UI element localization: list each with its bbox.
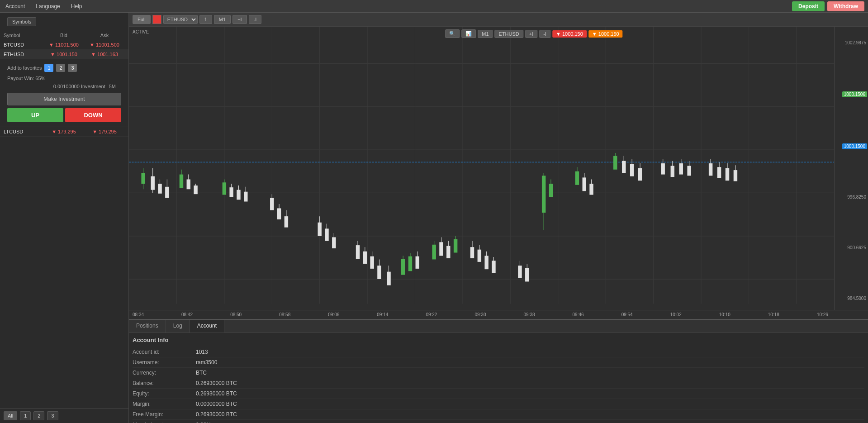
label-margin: Margin: bbox=[133, 401, 196, 407]
svg-rect-113 bbox=[661, 163, 664, 174]
investment-time: 5M bbox=[109, 84, 116, 89]
plus-i-btn[interactable]: +I bbox=[232, 15, 247, 24]
chart-minus-i-btn[interactable]: -I bbox=[539, 30, 550, 38]
svg-rect-70 bbox=[408, 257, 412, 271]
account-info-title: Account Info bbox=[133, 337, 864, 343]
minus-i-btn[interactable]: -I bbox=[249, 15, 262, 24]
svg-rect-97 bbox=[549, 184, 553, 197]
page-btn-all[interactable]: All bbox=[4, 411, 17, 420]
btcusd-bid: ▼ 11001.500 bbox=[43, 42, 84, 48]
label-currency: Currency: bbox=[133, 370, 196, 376]
svg-rect-115 bbox=[671, 166, 674, 177]
tab-positions[interactable]: Positions bbox=[129, 320, 166, 333]
menu-language[interactable]: Language bbox=[34, 2, 62, 10]
color-block[interactable] bbox=[152, 15, 161, 24]
info-row-margin-level: Margin Level: 0.00% bbox=[133, 420, 864, 423]
label-username: Username: bbox=[133, 359, 196, 366]
fav-btn-1[interactable]: 1 bbox=[44, 64, 53, 72]
svg-rect-50 bbox=[285, 216, 288, 227]
make-investment-button[interactable]: Make Investment bbox=[7, 93, 121, 105]
svg-rect-36 bbox=[194, 185, 197, 194]
ltcusd-ask: ▼ 179.295 bbox=[84, 129, 125, 134]
fav-btn-2[interactable]: 2 bbox=[56, 64, 65, 72]
btcusd-ask: ▼ 11001.500 bbox=[84, 42, 125, 48]
svg-rect-76 bbox=[439, 242, 443, 256]
time-0914: 09:14 bbox=[377, 312, 388, 317]
chart-m1-btn[interactable]: M1 bbox=[478, 30, 493, 38]
symbols-header: Symbol Bid Ask bbox=[0, 31, 128, 40]
svg-rect-92 bbox=[525, 268, 529, 281]
svg-rect-125 bbox=[726, 168, 729, 181]
svg-rect-58 bbox=[356, 245, 360, 259]
svg-rect-30 bbox=[165, 187, 169, 198]
svg-rect-78 bbox=[446, 246, 450, 258]
bottom-tabs: Positions Log Account bbox=[129, 320, 868, 333]
chart-bar-btn[interactable]: 📊 bbox=[461, 29, 476, 38]
top-right-buttons: Deposit Withdraw bbox=[792, 1, 864, 11]
deposit-button[interactable]: Deposit bbox=[792, 1, 825, 11]
menu-account[interactable]: Account bbox=[4, 2, 27, 10]
down-button[interactable]: DOWN bbox=[65, 108, 121, 122]
svg-rect-34 bbox=[187, 179, 190, 189]
svg-rect-56 bbox=[332, 237, 336, 248]
bottom-panel: Positions Log Account Account Info Accou… bbox=[129, 319, 868, 423]
svg-rect-28 bbox=[158, 184, 161, 194]
timeframe-1-btn[interactable]: 1 bbox=[199, 15, 212, 24]
value-equity: 0.26930000 BTC bbox=[196, 390, 237, 397]
chart-zoom-btn[interactable]: 🔍 bbox=[445, 29, 460, 38]
svg-rect-90 bbox=[518, 266, 522, 278]
page-btn-2[interactable]: 2 bbox=[33, 411, 44, 420]
tab-account[interactable]: Account bbox=[190, 320, 224, 333]
svg-rect-94 bbox=[542, 176, 545, 213]
tab-log[interactable]: Log bbox=[166, 320, 190, 333]
chart-plus-i-btn[interactable]: +I bbox=[525, 30, 537, 38]
chart-symbol-label: ETHUSD bbox=[495, 30, 523, 38]
sidebar: Symbols Symbol Bid Ask BTCUSD ▼ 11001.50… bbox=[0, 13, 129, 423]
price-900: 900.6625 bbox=[835, 245, 868, 250]
value-currency: BTC bbox=[196, 370, 207, 376]
svg-rect-117 bbox=[679, 163, 683, 174]
svg-rect-80 bbox=[454, 239, 457, 253]
label-free-margin: Free Margin: bbox=[133, 411, 196, 418]
withdraw-button[interactable]: Withdraw bbox=[827, 1, 864, 11]
label-equity: Equity: bbox=[133, 390, 196, 397]
time-1026: 10:26 bbox=[817, 312, 828, 317]
page-btn-1[interactable]: 1 bbox=[20, 411, 31, 420]
time-axis-inner: 08:34 08:42 08:50 08:58 09:06 09:14 09:2… bbox=[133, 312, 828, 317]
svg-rect-60 bbox=[363, 252, 367, 264]
ethusd-ask: ▼ 1001.163 bbox=[84, 52, 125, 57]
svg-rect-48 bbox=[277, 208, 281, 219]
favorites-row: Add to favorites 1 2 3 bbox=[4, 62, 125, 74]
info-row-account-id: Account id: 1013 bbox=[133, 347, 864, 357]
info-row-currency: Currency: BTC bbox=[133, 368, 864, 378]
main-layout: Symbols Symbol Bid Ask BTCUSD ▼ 11001.50… bbox=[0, 13, 868, 423]
time-1010: 10:10 bbox=[719, 312, 730, 317]
time-0930: 09:30 bbox=[474, 312, 486, 317]
svg-rect-40 bbox=[229, 187, 233, 197]
symbols-tab[interactable]: Symbols bbox=[7, 17, 36, 26]
info-row-balance: Balance: 0.26930000 BTC bbox=[133, 378, 864, 389]
symbol-select[interactable]: ETHUSD BTCUSD LTCUSD bbox=[163, 15, 198, 24]
svg-rect-88 bbox=[492, 261, 495, 273]
timeframe-m1-btn[interactable]: M1 bbox=[214, 15, 231, 24]
svg-rect-119 bbox=[687, 166, 691, 176]
full-btn[interactable]: Full bbox=[133, 15, 151, 24]
ltcusd-name: LTCUSD bbox=[4, 129, 43, 134]
page-btn-3[interactable]: 3 bbox=[47, 411, 58, 420]
fav-btn-3[interactable]: 3 bbox=[68, 64, 77, 72]
chart-inner-toolbar: 🔍 📊 M1 ETHUSD +I -I ▼ 1000.150 ▼ 1000.15… bbox=[445, 29, 622, 38]
price-highlight-blue: 1000.1500 bbox=[842, 143, 867, 149]
value-free-margin: 0.26930000 BTC bbox=[196, 411, 237, 418]
bottom-content: Account Info Account id: 1013 Username: … bbox=[129, 333, 868, 423]
info-row-equity: Equity: 0.26930000 BTC bbox=[133, 389, 864, 399]
symbol-row-ltcusd[interactable]: LTCUSD ▼ 179.295 ▼ 179.295 bbox=[0, 127, 128, 137]
svg-rect-107 bbox=[622, 161, 626, 173]
symbol-row-btcusd[interactable]: BTCUSD ▼ 11001.500 ▼ 11001.500 bbox=[0, 40, 128, 50]
symbol-row-ethusd[interactable]: ETHUSD ▼ 1001.150 ▼ 1001.163 bbox=[0, 50, 128, 59]
btcusd-name: BTCUSD bbox=[4, 42, 43, 48]
ethusd-name: ETHUSD bbox=[4, 52, 43, 57]
up-button[interactable]: UP bbox=[7, 108, 63, 122]
menu-help[interactable]: Help bbox=[69, 2, 84, 10]
time-0834: 08:34 bbox=[133, 312, 144, 317]
time-1018: 10:18 bbox=[768, 312, 779, 317]
